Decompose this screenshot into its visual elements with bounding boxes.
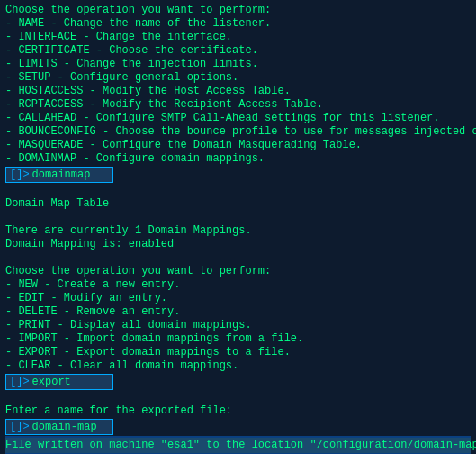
line-mapping-enabled-1: Domain Mapping is: enabled xyxy=(5,238,471,251)
prompt-box-1[interactable]: []> domainmap xyxy=(5,167,113,183)
empty-2 xyxy=(5,211,471,224)
prompt-input-3: domain-map xyxy=(32,421,97,434)
line-delete: - DELETE - Remove an entry. xyxy=(5,305,471,319)
line-hostaccess: - HOSTACCESS - Modify the Host Access Ta… xyxy=(5,85,471,98)
prompt-input-2: export xyxy=(32,376,71,389)
empty-1 xyxy=(5,184,471,197)
line-new: - NEW - Create a new entry. xyxy=(5,278,471,292)
empty-4 xyxy=(5,391,471,404)
line-domainmap: - DOMAINMAP - Configure domain mappings. xyxy=(5,152,471,166)
prompt-input-1: domainmap xyxy=(32,168,91,182)
line-enter-name: Enter a name for the exported file: xyxy=(5,404,471,418)
line-choose-1: Choose the operation you want to perform… xyxy=(5,4,471,17)
empty-3 xyxy=(5,251,471,265)
line-certificate: - CERTIFICATE - Choose the certificate. xyxy=(5,44,471,58)
line-name: - NAME - Change the name of the listener… xyxy=(5,17,471,31)
line-import: - IMPORT - Import domain mappings from a… xyxy=(5,332,471,346)
prompt-2[interactable]: []> export xyxy=(5,373,471,391)
prompt-box-2[interactable]: []> export xyxy=(5,374,113,390)
written-message: File written on machine "esa1" to the lo… xyxy=(5,438,471,453)
line-choose-2: Choose the operation you want to perform… xyxy=(5,265,471,278)
line-setup: - SETUP - Configure general options. xyxy=(5,71,471,85)
line-callahead: - CALLAHEAD - Configure SMTP Call-Ahead … xyxy=(5,112,471,125)
terminal: Choose the operation you want to perform… xyxy=(0,0,476,454)
line-domain-map-table-1: Domain Map Table xyxy=(5,197,471,211)
prompt-box-3[interactable]: []> domain-map xyxy=(5,419,113,435)
line-rcptaccess: - RCPTACCESS - Modify the Recipient Acce… xyxy=(5,98,471,112)
line-masquerade: - MASQUERADE - Configure the Domain Masq… xyxy=(5,139,471,152)
line-edit: - EDIT - Modify an entry. xyxy=(5,292,471,305)
line-clear: - CLEAR - Clear all domain mappings. xyxy=(5,359,471,373)
line-interface: - INTERFACE - Change the interface. xyxy=(5,31,471,44)
prompt-1[interactable]: []> domainmap xyxy=(5,166,471,184)
line-export-opt: - EXPORT - Export domain mappings to a f… xyxy=(5,346,471,359)
prompt-arrow-3: []> xyxy=(10,421,30,434)
line-print: - PRINT - Display all domain mappings. xyxy=(5,319,471,332)
line-limits: - LIMITS - Change the injection limits. xyxy=(5,58,471,71)
prompt-3[interactable]: []> domain-map xyxy=(5,418,471,436)
prompt-arrow-2: []> xyxy=(10,376,30,389)
line-bounceconfig: - BOUNCECONFIG - Choose the bounce profi… xyxy=(5,125,471,139)
prompt-arrow-1: []> xyxy=(10,168,30,182)
line-currently-1: There are currently 1 Domain Mappings. xyxy=(5,224,471,238)
